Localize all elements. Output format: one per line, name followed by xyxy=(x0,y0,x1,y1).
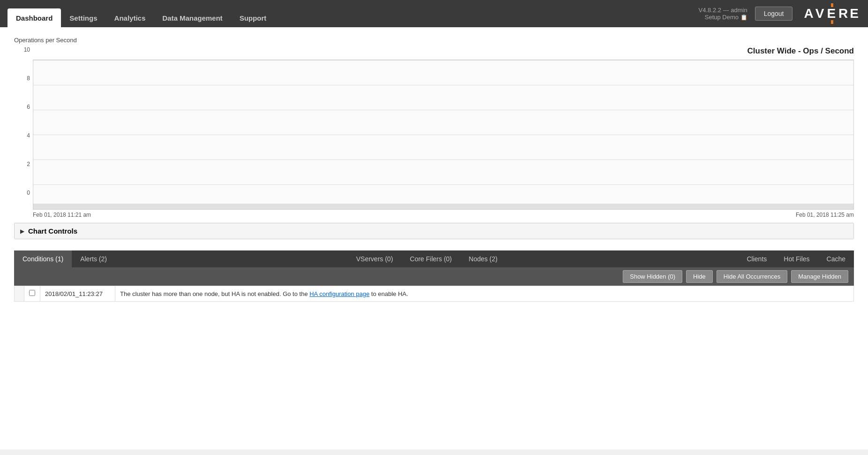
gridline-5 xyxy=(33,184,853,185)
chart-title: Cluster Wide - Ops / Second xyxy=(33,46,854,56)
logo-accent-bottom xyxy=(831,20,833,24)
tab-support[interactable]: Support xyxy=(231,8,275,27)
tab-cache[interactable]: Cache xyxy=(818,250,854,267)
chart-controls-title: Chart Controls xyxy=(28,227,77,235)
tab-spacer-2 xyxy=(506,250,739,267)
header-right: V4.8.2.2 --- admin Setup Demo 📋 Logout A… xyxy=(699,3,860,24)
gridline-3 xyxy=(33,135,853,135)
y-4: 4 xyxy=(27,132,30,139)
y-10: 10 xyxy=(24,46,30,53)
condition-timestamp: 2018/02/01_11:23:27 xyxy=(40,286,115,302)
y-0: 0 xyxy=(27,190,30,196)
gridline-0 xyxy=(33,60,853,61)
message-after: to enable HA. xyxy=(370,290,408,297)
tab-settings[interactable]: Settings xyxy=(61,8,106,27)
main-content: Operations per Second 10 8 6 4 2 0 Clust… xyxy=(0,27,868,449)
tab-conditions[interactable]: Conditions (1) xyxy=(14,250,72,267)
tabs-row: Conditions (1) Alerts (2) VServers (0) C… xyxy=(14,250,854,267)
y-6: 6 xyxy=(27,104,30,110)
x-label-start: Feb 01, 2018 11:21 am xyxy=(33,212,91,218)
tab-nodes[interactable]: Nodes (2) xyxy=(460,250,506,267)
chart-plot-area xyxy=(33,60,854,210)
setup-demo-text: Setup Demo 📋 xyxy=(699,14,747,21)
manage-hidden-button[interactable]: Manage Hidden xyxy=(791,270,848,283)
row-color-indicator xyxy=(15,286,24,302)
gridline-4 xyxy=(33,159,853,160)
chart-controls-arrow-icon: ▶ xyxy=(20,228,24,235)
tab-vservers[interactable]: VServers (0) xyxy=(347,250,401,267)
table-row: 2018/02/01_11:23:27 The cluster has more… xyxy=(15,286,854,302)
tab-alerts[interactable]: Alerts (2) xyxy=(72,250,115,267)
show-hidden-button[interactable]: Show Hidden (0) xyxy=(623,270,682,283)
row-checkbox[interactable] xyxy=(29,290,35,296)
hide-button[interactable]: Hide xyxy=(686,270,713,283)
y-2: 2 xyxy=(27,161,30,167)
version-text: V4.8.2.2 --- admin xyxy=(699,7,747,14)
logout-button[interactable]: Logout xyxy=(755,7,793,21)
setup-demo-icon: 📋 xyxy=(740,14,747,21)
setup-demo-label: Setup Demo xyxy=(705,14,739,21)
chart-controls-header[interactable]: ▶ Chart Controls xyxy=(15,223,853,239)
ops-per-second-label: Operations per Second xyxy=(14,37,854,44)
chart-section: Operations per Second 10 8 6 4 2 0 Clust… xyxy=(14,37,854,218)
row-checkbox-cell[interactable] xyxy=(24,286,40,302)
version-info: V4.8.2.2 --- admin Setup Demo 📋 xyxy=(699,7,747,21)
chart-x-labels: Feb 01, 2018 11:21 am Feb 01, 2018 11:25… xyxy=(33,212,854,218)
tab-clients[interactable]: Clients xyxy=(739,250,776,267)
y-8: 8 xyxy=(27,75,30,82)
gridline-2 xyxy=(33,110,853,110)
chart-wrapper: 10 8 6 4 2 0 Cluster Wide - Ops / Second xyxy=(14,46,854,218)
chart-y-axis: 10 8 6 4 2 0 xyxy=(14,46,33,218)
tab-analytics[interactable]: Analytics xyxy=(106,8,154,27)
chart-scrollbar[interactable] xyxy=(33,204,853,209)
gridline-1 xyxy=(33,85,853,85)
message-before: The cluster has more than one node, but … xyxy=(120,290,309,297)
condition-message: The cluster has more than one node, but … xyxy=(115,286,854,302)
tab-data-management[interactable]: Data Management xyxy=(154,8,231,27)
tab-core-filers[interactable]: Core Filers (0) xyxy=(401,250,460,267)
conditions-table: 2018/02/01_11:23:27 The cluster has more… xyxy=(14,286,854,302)
hide-all-occurrences-button[interactable]: Hide All Occurrences xyxy=(717,270,787,283)
tabs-section: Conditions (1) Alerts (2) VServers (0) C… xyxy=(14,250,854,302)
nav-tabs: Dashboard Settings Analytics Data Manage… xyxy=(8,0,699,27)
avere-logo: A V E R E xyxy=(804,3,860,24)
ha-config-link[interactable]: HA configuration page xyxy=(309,290,370,297)
chart-controls-section: ▶ Chart Controls xyxy=(14,223,854,239)
sub-toolbar: Show Hidden (0) Hide Hide All Occurrence… xyxy=(14,267,854,286)
chart-graph-container: Cluster Wide - Ops / Second Feb 01, 2018… xyxy=(33,46,854,218)
tab-dashboard[interactable]: Dashboard xyxy=(8,8,61,27)
x-label-end: Feb 01, 2018 11:25 am xyxy=(796,212,854,218)
header: Dashboard Settings Analytics Data Manage… xyxy=(0,0,868,27)
tab-hot-files[interactable]: Hot Files xyxy=(775,250,818,267)
tab-spacer-1 xyxy=(115,250,348,267)
